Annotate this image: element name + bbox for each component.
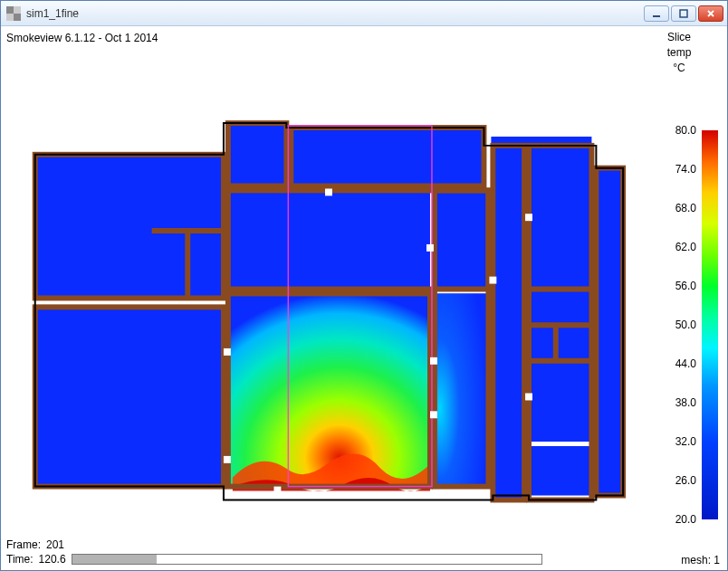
legend-title: Slice temp °C: [656, 30, 702, 75]
svg-rect-11: [529, 446, 591, 496]
svg-rect-14: [435, 293, 488, 486]
colorbar-tick: 68.0: [675, 202, 696, 214]
time-label: Time:: [6, 552, 34, 567]
colorbar-tick: 44.0: [675, 357, 696, 370]
colorbar: 80.0 74.0 68.0 62.0 56.0 50.0 44.0 38.0 …: [646, 130, 718, 519]
3d-viewport[interactable]: [8, 53, 637, 525]
svg-rect-3: [35, 307, 224, 486]
version-label: Smokeview 6.1.12 - Oct 1 2014: [6, 32, 158, 44]
app-window: sim1_1fine Smokeview 6.1.12 - Oct 1 2014…: [0, 0, 728, 571]
viewport-area: Smokeview 6.1.12 - Oct 1 2014 Slice temp…: [1, 26, 727, 570]
svg-rect-7: [435, 190, 488, 289]
legend-unit: °C: [656, 61, 702, 76]
svg-rect-10: [529, 146, 591, 442]
time-slider-fill: [72, 555, 157, 564]
window-controls: [644, 5, 723, 22]
svg-rect-4: [228, 123, 286, 186]
colorbar-tick: 38.0: [675, 396, 696, 409]
time-value: 120.6: [39, 552, 66, 567]
maximize-button[interactable]: [671, 5, 696, 22]
frame-value: 201: [46, 538, 64, 553]
status-block: Frame: 201 Time: 120.6: [6, 538, 542, 566]
colorbar-tick: 62.0: [675, 241, 696, 253]
colorbar-tick: 32.0: [675, 435, 696, 448]
legend-line2: temp: [656, 45, 702, 61]
mesh-label-block: mesh: 1: [681, 554, 720, 566]
frame-label: Frame:: [6, 538, 41, 553]
floorplan-render: [8, 53, 637, 525]
time-slider[interactable]: [72, 554, 542, 565]
titlebar[interactable]: sim1_1fine: [1, 1, 727, 26]
colorbar-tick: 56.0: [675, 280, 696, 292]
close-button[interactable]: [698, 5, 723, 22]
colorbar-tick: 80.0: [675, 124, 696, 137]
legend-line1: Slice: [656, 30, 702, 45]
app-icon: [6, 6, 21, 21]
minimize-button[interactable]: [644, 5, 669, 22]
svg-rect-15: [228, 293, 430, 486]
svg-rect-9: [493, 146, 524, 500]
svg-rect-12: [596, 168, 623, 496]
colorbar-tick: 26.0: [675, 474, 696, 487]
svg-rect-2: [35, 155, 224, 299]
svg-rect-6: [291, 128, 484, 186]
svg-rect-1: [680, 10, 687, 17]
svg-rect-0: [653, 15, 660, 17]
mesh-label: mesh:: [681, 554, 711, 566]
colorbar-tick: 74.0: [675, 163, 696, 176]
svg-rect-5: [228, 190, 430, 289]
colorbar-tick: 50.0: [675, 319, 696, 331]
mesh-value: 1: [714, 554, 720, 566]
colorbar-gradient: [702, 130, 718, 519]
colorbar-tick: 20.0: [675, 513, 696, 526]
window-title: sim1_1fine: [26, 7, 79, 20]
